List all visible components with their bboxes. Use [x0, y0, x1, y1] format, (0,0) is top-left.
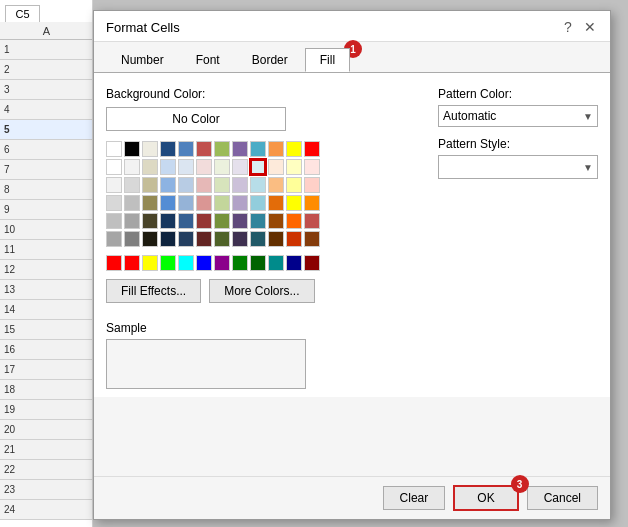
- color-cell-3-2[interactable]: [142, 195, 158, 211]
- color-cell-accent-0[interactable]: [106, 255, 122, 271]
- color-cell-2-0[interactable]: [106, 177, 122, 193]
- color-cell-accent-4[interactable]: [178, 255, 194, 271]
- color-cell-0-8[interactable]: [250, 141, 266, 157]
- color-cell-4-1[interactable]: [124, 213, 140, 229]
- color-cell-1-6[interactable]: [214, 159, 230, 175]
- color-cell-2-6[interactable]: [214, 177, 230, 193]
- color-cell-1-1[interactable]: [124, 159, 140, 175]
- color-cell-4-4[interactable]: [178, 213, 194, 229]
- color-cell-0-2[interactable]: [142, 141, 158, 157]
- color-cell-5-5[interactable]: [196, 231, 212, 247]
- color-cell-2-2[interactable]: [142, 177, 158, 193]
- pattern-color-dropdown[interactable]: Automatic ▼: [438, 105, 598, 127]
- color-cell-5-8[interactable]: [250, 231, 266, 247]
- color-cell-3-5[interactable]: [196, 195, 212, 211]
- color-cell-2-1[interactable]: [124, 177, 140, 193]
- no-color-button[interactable]: No Color: [106, 107, 286, 131]
- color-cell-4-8[interactable]: [250, 213, 266, 229]
- color-cell-0-7[interactable]: [232, 141, 248, 157]
- tab-border[interactable]: Border: [237, 48, 303, 72]
- color-cell-0-10[interactable]: [286, 141, 302, 157]
- color-cell-2-3[interactable]: [160, 177, 176, 193]
- color-cell-accent-6[interactable]: [214, 255, 230, 271]
- color-cell-0-3[interactable]: [160, 141, 176, 157]
- color-cell-accent-2[interactable]: [142, 255, 158, 271]
- color-cell-3-0[interactable]: [106, 195, 122, 211]
- color-cell-5-7[interactable]: [232, 231, 248, 247]
- color-cell-0-4[interactable]: [178, 141, 194, 157]
- color-cell-3-8[interactable]: [250, 195, 266, 211]
- color-cell-1-9[interactable]: [268, 159, 284, 175]
- cancel-button[interactable]: Cancel: [527, 486, 598, 510]
- color-cell-2-9[interactable]: [268, 177, 284, 193]
- color-cell-1-11[interactable]: [304, 159, 320, 175]
- color-cell-3-1[interactable]: [124, 195, 140, 211]
- color-cell-2-8[interactable]: [250, 177, 266, 193]
- color-cell-4-2[interactable]: [142, 213, 158, 229]
- color-cell-0-0[interactable]: [106, 141, 122, 157]
- color-cell-4-7[interactable]: [232, 213, 248, 229]
- color-cell-0-1[interactable]: [124, 141, 140, 157]
- color-cell-3-7[interactable]: [232, 195, 248, 211]
- color-cell-4-5[interactable]: [196, 213, 212, 229]
- row-label-9: 9: [0, 200, 93, 220]
- color-cell-3-11[interactable]: [304, 195, 320, 211]
- tab-font[interactable]: Font: [181, 48, 235, 72]
- color-cell-accent-3[interactable]: [160, 255, 176, 271]
- color-cell-5-6[interactable]: [214, 231, 230, 247]
- color-cell-0-6[interactable]: [214, 141, 230, 157]
- ok-button[interactable]: OK: [453, 485, 518, 511]
- color-cell-5-2[interactable]: [142, 231, 158, 247]
- color-cell-1-10[interactable]: [286, 159, 302, 175]
- color-cell-accent-5[interactable]: [196, 255, 212, 271]
- color-cell-4-6[interactable]: [214, 213, 230, 229]
- more-colors-button[interactable]: More Colors...: [209, 279, 314, 303]
- color-cell-4-3[interactable]: [160, 213, 176, 229]
- color-cell-1-2[interactable]: [142, 159, 158, 175]
- color-cell-3-9[interactable]: [268, 195, 284, 211]
- color-cell-accent-9[interactable]: [268, 255, 284, 271]
- close-button[interactable]: ✕: [582, 19, 598, 35]
- color-cell-5-9[interactable]: [268, 231, 284, 247]
- color-cell-accent-10[interactable]: [286, 255, 302, 271]
- color-cell-4-9[interactable]: [268, 213, 284, 229]
- color-cell-5-11[interactable]: [304, 231, 320, 247]
- tab-number[interactable]: Number: [106, 48, 179, 72]
- color-cell-2-4[interactable]: [178, 177, 194, 193]
- color-row-1: [106, 141, 418, 157]
- color-cell-1-5[interactable]: [196, 159, 212, 175]
- color-cell-accent-7[interactable]: [232, 255, 248, 271]
- color-cell-5-10[interactable]: [286, 231, 302, 247]
- color-cell-4-11[interactable]: [304, 213, 320, 229]
- color-cell-1-8[interactable]: [250, 159, 266, 175]
- tab-fill[interactable]: Fill: [305, 48, 350, 72]
- color-cell-1-7[interactable]: [232, 159, 248, 175]
- color-cell-3-3[interactable]: [160, 195, 176, 211]
- color-cell-5-1[interactable]: [124, 231, 140, 247]
- color-cell-4-10[interactable]: [286, 213, 302, 229]
- color-cell-accent-8[interactable]: [250, 255, 266, 271]
- color-cell-2-7[interactable]: [232, 177, 248, 193]
- color-cell-0-5[interactable]: [196, 141, 212, 157]
- color-cell-2-11[interactable]: [304, 177, 320, 193]
- clear-button[interactable]: Clear: [383, 486, 446, 510]
- color-cell-0-9[interactable]: [268, 141, 284, 157]
- color-cell-3-10[interactable]: [286, 195, 302, 211]
- color-cell-2-5[interactable]: [196, 177, 212, 193]
- color-cell-0-11[interactable]: [304, 141, 320, 157]
- color-cell-3-6[interactable]: [214, 195, 230, 211]
- fill-effects-button[interactable]: Fill Effects...: [106, 279, 201, 303]
- help-button[interactable]: ?: [560, 19, 576, 35]
- color-cell-accent-11[interactable]: [304, 255, 320, 271]
- color-cell-4-0[interactable]: [106, 213, 122, 229]
- color-cell-5-0[interactable]: [106, 231, 122, 247]
- color-cell-1-0[interactable]: [106, 159, 122, 175]
- color-cell-2-10[interactable]: [286, 177, 302, 193]
- color-cell-1-4[interactable]: [178, 159, 194, 175]
- color-cell-accent-1[interactable]: [124, 255, 140, 271]
- color-cell-1-3[interactable]: [160, 159, 176, 175]
- pattern-style-dropdown[interactable]: ▼: [438, 155, 598, 179]
- color-cell-3-4[interactable]: [178, 195, 194, 211]
- color-cell-5-4[interactable]: [178, 231, 194, 247]
- color-cell-5-3[interactable]: [160, 231, 176, 247]
